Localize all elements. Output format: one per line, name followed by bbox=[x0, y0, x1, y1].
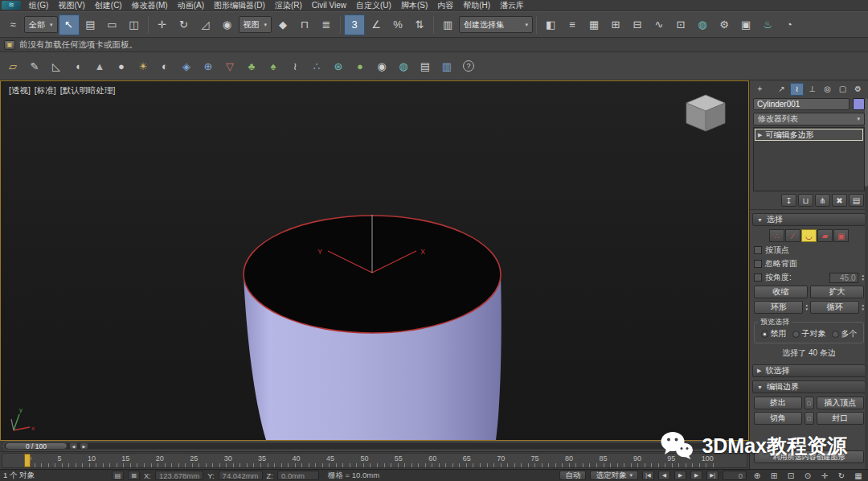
menu-item[interactable]: 创建(C) bbox=[90, 0, 127, 11]
current-frame-field[interactable]: 0 bbox=[723, 471, 747, 480]
auto-key-button[interactable]: 自动 bbox=[559, 471, 586, 480]
menu-item[interactable]: 修改器(M) bbox=[127, 0, 173, 11]
spinner-snap-icon[interactable]: ⇅ bbox=[409, 14, 430, 35]
keyboard-shortcut-toggle-icon[interactable]: ▤ bbox=[112, 471, 124, 480]
ring-button[interactable]: 环形 bbox=[754, 301, 803, 314]
slider-next-icon[interactable]: ▶ bbox=[80, 442, 88, 450]
schematic-view-icon[interactable]: ⊡ bbox=[670, 14, 691, 35]
atom-icon[interactable]: ⊛ bbox=[329, 56, 348, 76]
bone-icon[interactable]: ≀ bbox=[285, 56, 305, 76]
extrude-settings-button[interactable]: □ bbox=[805, 397, 814, 409]
modify-tab-icon[interactable]: ≀ bbox=[790, 83, 804, 96]
insert-vertex-button[interactable]: 插入顶点 bbox=[817, 397, 865, 409]
create-tab-icon[interactable]: ↗ bbox=[775, 83, 788, 96]
stats-icon[interactable]: ▥ bbox=[437, 56, 457, 76]
open-script-icon[interactable]: ▱ bbox=[3, 56, 23, 76]
material-editor-icon[interactable]: ◍ bbox=[692, 14, 713, 35]
ring-spinner[interactable]: ▴ ▾ bbox=[805, 303, 808, 311]
grow-button[interactable]: 扩大 bbox=[810, 286, 864, 298]
shaded-sphere-icon[interactable]: ◐ bbox=[155, 56, 174, 76]
spinner-icon[interactable]: ▴ ▾ bbox=[862, 273, 864, 282]
select-by-name-icon[interactable]: ▤ bbox=[80, 14, 101, 35]
leaf-icon[interactable]: ♣ bbox=[242, 56, 261, 76]
checkbox-icon[interactable] bbox=[754, 260, 762, 268]
preview-multiple-radio[interactable]: 多个 bbox=[832, 328, 858, 339]
by-angle-value-field[interactable]: 45.0 bbox=[829, 273, 858, 283]
edge-mode-icon[interactable]: ∕ bbox=[785, 229, 800, 242]
zoom-extents-icon[interactable]: ⊡ bbox=[784, 471, 797, 481]
preview-disable-radio[interactable]: 禁用 bbox=[761, 328, 787, 339]
menu-item[interactable]: 自定义(U) bbox=[351, 0, 396, 11]
go-to-start-icon[interactable]: |◀ bbox=[642, 471, 654, 480]
bind-to-space-warp-icon[interactable]: ≈ bbox=[2, 14, 23, 35]
sphere-icon[interactable]: ● bbox=[112, 56, 131, 76]
menu-item[interactable]: Civil View bbox=[307, 1, 351, 10]
radio-icon[interactable] bbox=[761, 331, 768, 338]
spinner-down-icon[interactable]: ▾ bbox=[805, 307, 808, 311]
coord-z-field[interactable]: 0.0mm bbox=[277, 471, 319, 480]
panel-scrollbar-thumb[interactable] bbox=[865, 98, 868, 187]
by-vertex-checkbox[interactable]: 按顶点 bbox=[754, 245, 864, 256]
named-selection-set-dropdown[interactable]: 创建选择集 ▾ bbox=[459, 16, 533, 33]
selection-filter-dropdown[interactable]: 全部 ▾ bbox=[24, 16, 58, 33]
spinner-down-icon[interactable]: ▾ bbox=[862, 307, 864, 311]
hemisphere-icon[interactable]: ◖ bbox=[68, 56, 88, 76]
curve-editor-icon[interactable]: ∿ bbox=[649, 14, 669, 35]
preview-subobject-radio[interactable]: 子对象 bbox=[792, 328, 826, 339]
shrink-button[interactable]: 收缩 bbox=[754, 286, 808, 298]
orbit-icon[interactable]: ↻ bbox=[835, 471, 848, 481]
particles-icon[interactable]: ∴ bbox=[307, 56, 326, 76]
angle-snap-icon[interactable]: ∠ bbox=[366, 14, 387, 35]
gem-icon[interactable]: ◈ bbox=[177, 56, 196, 76]
menu-item[interactable]: 渲染(R) bbox=[270, 0, 307, 11]
selection-lock-icon[interactable]: ⊠ bbox=[128, 471, 140, 480]
ribbon-panel-icon[interactable]: ▣ bbox=[4, 40, 15, 50]
pin-stack-icon[interactable]: ↧ bbox=[781, 194, 796, 207]
sun-icon[interactable]: ☀ bbox=[133, 56, 153, 76]
pov-viewport-label[interactable]: [透视] bbox=[9, 85, 31, 97]
hierarchy-tab-icon[interactable]: ⊥ bbox=[805, 83, 819, 96]
previous-frame-icon[interactable]: ◀ bbox=[658, 471, 670, 480]
field-of-view-icon[interactable]: ⊙ bbox=[801, 471, 814, 481]
make-unique-icon[interactable]: ⋔ bbox=[815, 194, 830, 207]
vertex-mode-icon[interactable]: ∴ bbox=[769, 229, 784, 242]
menu-item[interactable]: 组(G) bbox=[24, 0, 53, 11]
perspective-viewport[interactable]: [透视] [标准] [默认明暗处理] bbox=[0, 80, 749, 441]
green-ball-icon[interactable]: ● bbox=[350, 56, 370, 76]
ignore-backfacing-checkbox[interactable]: 忽略背面 bbox=[754, 258, 864, 269]
chamfer-button[interactable]: 切角 bbox=[754, 412, 802, 425]
clipboard-icon[interactable]: ▤ bbox=[416, 56, 435, 76]
coord-y-field[interactable]: 74.042mm bbox=[219, 471, 263, 480]
remove-modifier-icon[interactable]: ✖ bbox=[832, 194, 847, 207]
help-icon[interactable]: ? bbox=[459, 56, 478, 76]
menu-item[interactable]: 图形编辑器(D) bbox=[209, 0, 270, 11]
render-production-icon[interactable]: ♨ bbox=[757, 14, 778, 35]
camera-icon[interactable]: ◉ bbox=[372, 56, 391, 76]
play-icon[interactable]: ▶ bbox=[674, 471, 686, 480]
menu-item[interactable]: 帮助(H) bbox=[458, 0, 495, 11]
select-and-place-icon[interactable]: ◉ bbox=[217, 14, 238, 35]
select-and-manipulate-icon[interactable]: ⊓ bbox=[294, 14, 315, 35]
utilities-tab-icon[interactable]: ⚙ bbox=[851, 83, 865, 96]
checkbox-icon[interactable] bbox=[754, 246, 762, 254]
polygon-mode-icon[interactable]: ▰ bbox=[817, 229, 833, 242]
menu-item[interactable]: 脚本(S) bbox=[396, 0, 432, 11]
reference-coordinate-dropdown[interactable]: 视图 ▾ bbox=[239, 16, 272, 33]
app-logo-icon[interactable]: ≋ bbox=[2, 1, 21, 10]
viewcube[interactable] bbox=[681, 91, 731, 136]
plus-icon[interactable]: + bbox=[753, 83, 767, 96]
go-to-end-icon[interactable]: ▶| bbox=[706, 471, 719, 480]
rollout-edit-borders-header[interactable]: ▼ 编辑边界 bbox=[752, 380, 866, 393]
stack-item-editable-poly[interactable]: ▶ 可编辑多边形 bbox=[755, 129, 863, 141]
snaps-toggle-icon[interactable]: 3 bbox=[344, 14, 365, 35]
molecule-icon[interactable]: ⊕ bbox=[199, 56, 218, 76]
scene-explorer-icon[interactable]: ⊞ bbox=[605, 14, 626, 35]
knife-icon[interactable]: ◺ bbox=[47, 56, 66, 76]
pan-icon[interactable]: ✛ bbox=[818, 471, 831, 481]
by-angle-checkbox[interactable] bbox=[754, 273, 762, 282]
slider-prev-icon[interactable]: ◀ bbox=[69, 442, 78, 450]
modifier-list-dropdown[interactable]: 修改器列表 ▾ bbox=[753, 113, 865, 125]
brush-icon[interactable]: ✎ bbox=[25, 56, 44, 76]
flask-icon[interactable]: ▽ bbox=[220, 56, 240, 76]
select-and-move-icon[interactable]: ✛ bbox=[152, 14, 173, 35]
